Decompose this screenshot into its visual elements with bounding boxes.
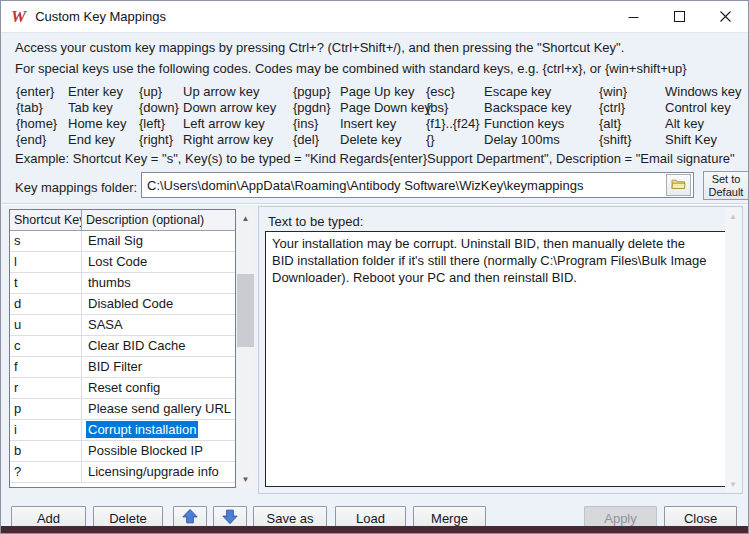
description-cell[interactable]: SASA xyxy=(82,315,235,336)
mappings-grid[interactable]: Shortcut Key Description (optional) sEma… xyxy=(9,209,236,488)
text-to-be-typed-label: Text to be typed: xyxy=(268,214,363,229)
table-row[interactable]: rReset config xyxy=(10,378,235,399)
shortcut-key-cell[interactable]: d xyxy=(10,294,82,315)
description-cell[interactable]: Possible Blocked IP xyxy=(82,441,235,462)
key-code-row: {del}Delete key xyxy=(293,132,431,148)
key-code: {enter} xyxy=(16,84,68,100)
description-cell[interactable]: Please send gallery URL xyxy=(82,399,235,420)
minimize-button[interactable] xyxy=(610,1,656,32)
table-scrollbar[interactable]: ▲ ▼ xyxy=(237,209,254,488)
table-scrollbar-thumb[interactable] xyxy=(237,274,254,347)
key-code-row: {pgdn}Page Down key xyxy=(293,100,431,116)
maximize-button[interactable] xyxy=(656,1,702,32)
minimize-icon xyxy=(628,8,639,26)
key-code-row: {ins}Insert key xyxy=(293,116,431,132)
shortcut-key-cell[interactable]: u xyxy=(10,315,82,336)
key-code-row: {left}Left arrow key xyxy=(139,116,276,132)
shortcut-key-cell[interactable]: c xyxy=(10,336,82,357)
key-code-description: Backspace key xyxy=(484,100,571,115)
key-code: {ctrl} xyxy=(599,100,665,116)
set-to-default-button[interactable]: Set to Default xyxy=(703,171,749,200)
custom-key-mappings-dialog: W Custom Key Mappings Access your custom… xyxy=(0,0,749,534)
key-code-row: {enter}Enter key xyxy=(16,84,127,100)
table-row[interactable]: dDisabled Code xyxy=(10,294,235,315)
key-code: {alt} xyxy=(599,116,665,132)
folder-path-field[interactable]: C:\Users\domin\AppData\Roaming\Antibody … xyxy=(141,172,694,198)
key-code-row: {end}End key xyxy=(16,132,127,148)
window-title: Custom Key Mappings xyxy=(35,9,166,24)
key-code: {win} xyxy=(599,84,665,100)
shortcut-key-cell[interactable]: t xyxy=(10,273,82,294)
folder-label: Key mappings folder: xyxy=(15,180,137,195)
folder-icon xyxy=(671,176,686,194)
table-row[interactable]: sEmail Sig xyxy=(10,231,235,252)
description-text: Lost Code xyxy=(86,253,149,270)
key-code-row: {tab}Tab key xyxy=(16,100,127,116)
close-button[interactable] xyxy=(702,1,748,32)
description-cell[interactable]: thumbs xyxy=(82,273,235,294)
key-code-description: Shift Key xyxy=(665,132,717,147)
table-row[interactable]: cClear BID Cache xyxy=(10,336,235,357)
table-row[interactable]: tthumbs xyxy=(10,273,235,294)
description-text: Clear BID Cache xyxy=(86,337,188,354)
table-row[interactable]: fBID Filter xyxy=(10,357,235,378)
table-row[interactable]: pPlease send gallery URL xyxy=(10,399,235,420)
key-code-description: Control key xyxy=(665,100,731,115)
description-text: Possible Blocked IP xyxy=(86,442,205,459)
description-text: BID Filter xyxy=(86,358,144,375)
description-cell[interactable]: BID Filter xyxy=(82,357,235,378)
key-code-row: {right}Right arrow key xyxy=(139,132,276,148)
key-code: {esc} xyxy=(426,84,484,100)
key-code: {shift} xyxy=(599,132,665,148)
shortcut-key-cell[interactable]: s xyxy=(10,231,82,252)
shortcut-key-cell[interactable]: r xyxy=(10,378,82,399)
shortcut-key-cell[interactable]: i xyxy=(10,420,82,441)
key-code-description: Right arrow key xyxy=(183,132,273,147)
key-code-description: Alt key xyxy=(665,116,704,131)
description-cell[interactable]: Clear BID Cache xyxy=(82,336,235,357)
key-code-description: Page Up key xyxy=(340,84,414,99)
table-row[interactable]: iCorrupt installation xyxy=(10,420,235,441)
key-code: {end} xyxy=(16,132,68,148)
key-code-row: {esc}Escape key xyxy=(426,84,571,100)
table-row[interactable]: lLost Code xyxy=(10,252,235,273)
maximize-icon xyxy=(674,8,685,26)
key-code-row: {home}Home key xyxy=(16,116,127,132)
scroll-up-icon[interactable]: ▲ xyxy=(237,210,254,226)
textarea-scroll-up-icon[interactable]: ▲ xyxy=(725,208,741,224)
folder-path-value: C:\Users\domin\AppData\Roaming\Antibody … xyxy=(142,178,666,193)
app-logo-icon: W xyxy=(11,8,26,25)
shortcut-key-cell[interactable]: p xyxy=(10,399,82,420)
table-row[interactable]: bPossible Blocked IP xyxy=(10,441,235,462)
key-code-row: {alt}Alt key xyxy=(599,116,742,132)
description-cell[interactable]: Disabled Code xyxy=(82,294,235,315)
description-cell[interactable]: Licensing/upgrade info xyxy=(82,462,235,483)
description-cell[interactable]: Corrupt installation xyxy=(82,420,235,441)
key-code-description: Down arrow key xyxy=(183,100,276,115)
mappings-table-body: sEmail SiglLost CodetthumbsdDisabled Cod… xyxy=(10,231,235,483)
key-code-row: {}Delay 100ms xyxy=(426,132,571,148)
shortcut-key-cell[interactable]: ? xyxy=(10,462,82,483)
textarea-scrollbar[interactable]: ▲ ▼ xyxy=(725,208,741,492)
horizontal-separator xyxy=(1,203,748,205)
key-code: {f1}..{f24} xyxy=(426,116,484,132)
shortcut-key-cell[interactable]: f xyxy=(10,357,82,378)
shortcut-key-cell[interactable]: b xyxy=(10,441,82,462)
description-cell[interactable]: Email Sig xyxy=(82,231,235,252)
column-header-description[interactable]: Description (optional) xyxy=(82,210,235,230)
description-cell[interactable]: Lost Code xyxy=(82,252,235,273)
column-header-shortcut-key[interactable]: Shortcut Key xyxy=(10,210,82,230)
text-to-be-typed-input[interactable]: Your installation may be corrupt. Uninst… xyxy=(265,231,736,487)
table-row[interactable]: uSASA xyxy=(10,315,235,336)
browse-folder-button[interactable] xyxy=(666,174,691,196)
key-code: {up} xyxy=(139,84,183,100)
shortcut-key-cell[interactable]: l xyxy=(10,252,82,273)
description-cell[interactable]: Reset config xyxy=(82,378,235,399)
key-code-description: Enter key xyxy=(68,84,123,99)
table-row[interactable]: ?Licensing/upgrade info xyxy=(10,462,235,483)
key-code: {bs} xyxy=(426,100,484,116)
key-code-description: Delete key xyxy=(340,132,401,147)
scroll-down-icon[interactable]: ▼ xyxy=(237,471,254,487)
key-code: {tab} xyxy=(16,100,68,116)
textarea-scroll-down-icon[interactable]: ▼ xyxy=(725,476,741,492)
